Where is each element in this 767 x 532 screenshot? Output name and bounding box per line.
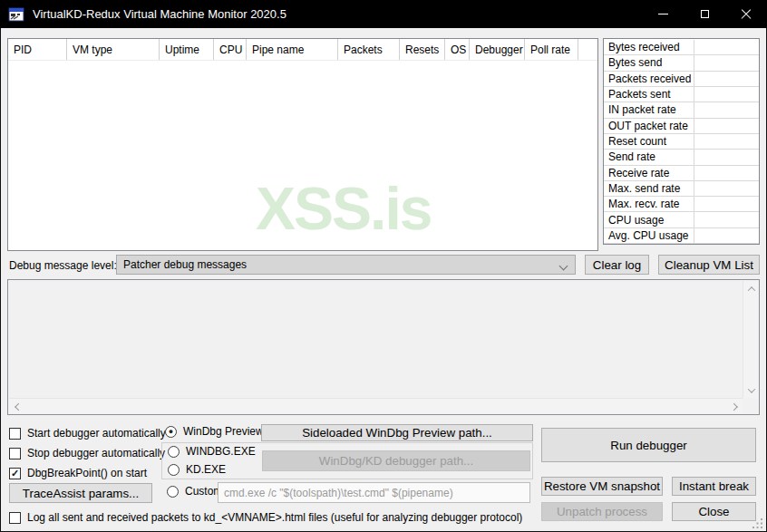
column-header-resets[interactable]: Resets [400,39,445,60]
debug-level-label: Debug message level: [9,259,117,272]
column-header-packets[interactable]: Packets [338,39,400,60]
stat-value [694,119,759,133]
column-header-debugger[interactable]: Debugger [470,39,525,60]
app-icon [8,7,24,22]
stat-label: CPU usage [604,212,694,227]
instant-break-button[interactable]: Instant break [672,477,756,496]
chevron-up-icon [747,286,754,294]
column-header-filler [578,39,597,60]
stat-value [694,87,759,102]
radio-windbg-exe[interactable]: WINDBG.EXE [168,445,256,458]
cleanup-vm-list-button[interactable]: Cleanup VM List [658,255,760,275]
debug-level-combobox[interactable]: Patcher debug messages [116,255,576,275]
stats-row: Receive rate [604,166,759,181]
radio-custom[interactable]: Custom: [167,485,226,498]
stats-row: Max. send rate [604,181,759,197]
checkbox-label: Start debugger automatically [27,427,166,440]
stat-value [694,134,759,149]
checkbox-checked-icon[interactable]: ✓ [9,468,21,479]
column-header-os[interactable]: OS [445,39,470,60]
checkbox-start-debugger[interactable]: Start debugger automatically [9,427,166,440]
stat-value [694,150,759,164]
stats-row: IN packet rate [604,102,759,118]
checkbox-label: DbgBreakPoint() on start [27,467,147,479]
stat-label: Bytes send [604,55,694,70]
checkbox-icon[interactable] [9,428,21,440]
radio-kd-exe[interactable]: KD.EXE [168,463,226,476]
stat-label: Avg. CPU usage [604,228,694,243]
clear-log-button[interactable]: Clear log [585,255,649,275]
vm-list-header: PID VM type Uptime CPU Pipe name Packets… [8,39,597,61]
checkbox-stop-debugger[interactable]: Stop debugger automatically [9,447,165,459]
stats-row: Avg. CPU usage [604,228,759,244]
checkbox-log-packets[interactable]: Log all sent and received packets to kd_… [9,511,522,524]
stat-value [694,197,759,211]
chevron-down-icon [747,385,754,392]
stat-value [694,228,759,243]
stat-label: Bytes received [604,40,694,54]
checkbox-icon[interactable] [9,448,21,459]
titlebar[interactable]: VirtualKD-Redux Virtual Machine Monitor … [0,0,767,28]
stat-label: Max. send rate [604,181,694,196]
checkbox-label: Stop debugger automatically [27,447,165,459]
stat-value [694,166,759,180]
radio-windbg-preview[interactable]: ● WinDbg Preview [165,425,264,438]
unpatch-process-button: Unpatch process [541,502,663,521]
resize-grip-icon[interactable] [752,518,763,529]
close-button[interactable]: Close [672,502,756,521]
scroll-down-button[interactable] [743,382,759,398]
restore-vm-snapshot-button[interactable]: Restore VM snapshot [541,477,663,496]
stat-value [694,181,759,196]
scroll-left-button[interactable] [9,399,24,414]
stat-label: Receive rate [604,166,694,180]
column-header-pid[interactable]: PID [8,39,67,60]
stat-label: Send rate [604,150,694,164]
run-debugger-button[interactable]: Run debugger [541,428,756,462]
stats-row: Packets sent [604,87,759,102]
radio-icon[interactable] [167,486,179,498]
watermark: XSS.is [256,174,431,243]
vertical-scrollbar[interactable] [743,281,758,398]
stat-label: Max. recv. rate [604,197,694,211]
traceassist-params-button[interactable]: TraceAssist params... [9,483,152,503]
checkbox-icon[interactable] [9,512,21,524]
stats-row: Max. recv. rate [604,197,759,212]
scroll-right-button[interactable] [727,399,743,414]
stats-row: Bytes send [604,55,759,71]
checkbox-dbgbreakpoint[interactable]: ✓ DbgBreakPoint() on start [9,467,147,479]
maximize-icon [701,10,709,18]
stat-value [694,72,759,86]
stat-value [694,40,759,54]
radio-icon[interactable] [168,464,180,476]
minimize-icon [658,14,668,15]
stat-label: IN packet rate [604,102,694,117]
scroll-up-button[interactable] [743,281,759,296]
close-icon [741,9,752,20]
column-header-vm-type[interactable]: VM type [67,39,160,60]
stats-row: Reset count [604,134,759,150]
column-header-poll-rate[interactable]: Poll rate [525,39,578,60]
column-header-uptime[interactable]: Uptime [160,39,214,60]
stat-label: Packets sent [604,87,694,102]
chevron-right-icon [730,402,737,410]
stats-panel: Bytes received Bytes send Packets receiv… [603,38,760,245]
custom-command-input[interactable] [218,482,530,503]
virtualkd-window: { "window": { "title": "VirtualKD-Redux … [0,0,767,532]
window-title: VirtualKD-Redux Virtual Machine Monitor … [33,7,286,21]
sideloaded-windbg-path-button[interactable]: Sideloaded WinDbg Preview path... [261,424,533,441]
stat-value [694,55,759,70]
stats-row: Send rate [604,150,759,165]
horizontal-scrollbar[interactable] [9,398,743,413]
log-output[interactable] [7,279,760,415]
maximize-button[interactable] [684,0,725,28]
minimize-button[interactable] [642,0,684,28]
column-header-pipe-name[interactable]: Pipe name [247,39,338,60]
column-header-cpu[interactable]: CPU [214,39,247,60]
close-window-button[interactable] [725,0,767,28]
checkbox-label: Log all sent and received packets to kd_… [27,511,522,524]
stat-label: Packets received [604,72,694,86]
radio-selected-icon[interactable]: ● [165,426,177,438]
stat-value [694,212,759,227]
stats-row: OUT packet rate [604,119,759,134]
radio-icon[interactable] [168,446,180,458]
